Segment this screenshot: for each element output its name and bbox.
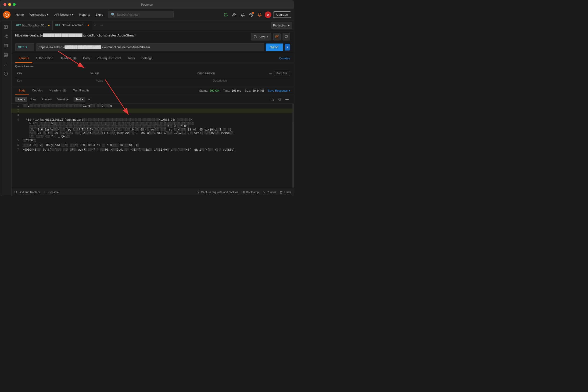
nav-reports[interactable]: Reports — [77, 12, 92, 18]
response-tab-test-results[interactable]: Test Results — [70, 86, 93, 95]
environment-selector[interactable]: Production ▾ — [271, 22, 292, 29]
navbar: Home Workspaces ▾ API Network ▾ Reports … — [0, 9, 294, 21]
nav-explore[interactable]: Explo — [93, 12, 106, 18]
more-tabs-button[interactable]: ··· — [99, 24, 105, 27]
nav-api-network[interactable]: API Network ▾ — [52, 12, 76, 18]
response-headers-badge: 7 — [63, 89, 66, 92]
response-tab-body[interactable]: Body — [15, 86, 29, 95]
nav-home[interactable]: Home — [13, 12, 26, 18]
format-preview[interactable]: Preview — [39, 97, 54, 102]
send-dropdown-button[interactable]: ▾ — [285, 44, 290, 50]
value-input[interactable]: Value — [94, 78, 211, 83]
line-number: 3 — [11, 113, 21, 118]
console-item[interactable]: Console — [44, 190, 59, 194]
search-icon: 🔍 — [111, 12, 115, 17]
save-response-button[interactable]: Save Response ▾ — [268, 89, 290, 92]
nav-workspaces[interactable]: Workspaces ▾ — [27, 12, 51, 18]
text-format-chevron: ▾ — [82, 98, 83, 101]
tab-tests[interactable]: Tests — [124, 54, 138, 63]
line-number: 5 — [11, 138, 21, 143]
find-replace-item[interactable]: Find and Replace — [14, 190, 40, 194]
tab-localhost[interactable]: GET http://localhost:50... — [13, 21, 53, 30]
minimize-button[interactable] — [8, 3, 11, 6]
edit-icon-btn[interactable] — [273, 33, 281, 40]
avatar[interactable]: A — [265, 12, 271, 18]
query-params-section: Query Params KEY VALUE DESCRIPTION ··· B… — [11, 63, 294, 86]
upgrade-button[interactable]: Upgrade — [273, 12, 291, 18]
response-tab-headers[interactable]: Headers 7 — [46, 86, 70, 95]
scrollbar-track — [292, 104, 294, 188]
scrollbar-thumb[interactable] — [293, 104, 293, 123]
bottom-bar: Find and Replace Console Capture request… — [11, 188, 294, 196]
trash-item[interactable]: Trash — [280, 190, 291, 194]
sidebar-apis-icon[interactable] — [2, 42, 10, 50]
svg-marker-31 — [263, 191, 265, 194]
tab-pre-request-script[interactable]: Pre-request Script — [93, 54, 125, 63]
response-body[interactable]: 1░░░d░░░░░░░░░░░░░░░░░░░░░░░░░░░░░░░░Xin… — [11, 104, 294, 188]
settings-badge — [252, 12, 254, 14]
tab-headers[interactable]: Headers 6 — [56, 54, 80, 63]
settings-icon-btn[interactable] — [248, 12, 255, 18]
svg-point-11 — [6, 37, 7, 38]
search-placeholder: Search Postman — [117, 13, 139, 16]
add-user-icon-btn[interactable] — [231, 12, 238, 18]
send-button[interactable]: Send — [266, 44, 283, 51]
capture-item[interactable]: Capture requests and cookies — [197, 190, 238, 194]
format-actions: — — [270, 96, 290, 102]
sidebar-collections-icon[interactable] — [2, 32, 10, 40]
format-pretty[interactable]: Pretty — [15, 97, 27, 102]
runner-item[interactable]: Runner — [263, 190, 276, 194]
tab1-label: http://localhost:50... — [22, 24, 47, 27]
description-input[interactable]: Description — [211, 78, 290, 83]
search-icon[interactable] — [277, 96, 283, 102]
format-visualize[interactable]: Visualize — [55, 97, 71, 102]
url-input[interactable]: https://us-central1-i█████████████████.c… — [36, 43, 264, 51]
params-more-icon[interactable]: ··· — [269, 71, 272, 76]
sidebar-mock-icon[interactable] — [2, 60, 10, 68]
bulk-edit-button[interactable]: Bulk Edit — [274, 71, 290, 76]
comment-icon-btn[interactable] — [283, 33, 290, 40]
window-controls — [3, 3, 16, 6]
size-value: 39.34 KB — [253, 89, 264, 92]
tab-us-central[interactable]: GET https://us-central1... — [53, 21, 92, 30]
svg-point-22 — [279, 98, 281, 100]
params-table-actions: ··· Bulk Edit — [269, 71, 290, 76]
copy-icon[interactable] — [270, 96, 275, 102]
tab-settings[interactable]: Settings — [138, 54, 156, 63]
sidebar-new-request-icon[interactable] — [2, 23, 10, 31]
table-row: 7/00Z0░/S░░░-0o]kF░░`░░░ ░░░-░R░░-A,%J░-… — [11, 148, 294, 152]
tab-authorization[interactable]: Authorization — [32, 54, 56, 63]
tab-params[interactable]: Params — [15, 54, 32, 63]
close-button[interactable] — [3, 3, 6, 6]
table-row: 5░░20$0 ░ — [11, 138, 294, 143]
app-logo[interactable] — [3, 11, 10, 18]
bottom-bar-right: Capture requests and cookies Bootcamp Ru… — [197, 190, 291, 194]
add-tab-button[interactable]: + — [92, 22, 99, 29]
format-raw[interactable]: Raw — [28, 97, 38, 102]
format-bar: Pretty Raw Preview Visualize Text ▾ ≡ — — [11, 95, 294, 104]
key-input[interactable]: Key — [15, 78, 94, 83]
method-chevron: ▾ — [25, 45, 27, 49]
save-response-chevron: ▾ — [289, 89, 290, 92]
bell-icon-btn[interactable] — [256, 12, 263, 18]
minimize-icon[interactable]: — — [285, 96, 290, 102]
svg-point-4 — [251, 14, 252, 15]
svg-point-16 — [4, 53, 7, 54]
time-label: Time: 196 ms — [223, 89, 241, 92]
sidebar-environments-icon[interactable] — [2, 51, 10, 59]
tab-body[interactable]: Body — [80, 54, 93, 63]
sidebar-history-icon[interactable] — [2, 70, 10, 78]
bootcamp-item[interactable]: Bootcamp — [242, 190, 259, 194]
notifications-icon-btn[interactable] — [240, 12, 246, 18]
maximize-button[interactable] — [13, 3, 16, 6]
sync-icon-btn[interactable] — [223, 12, 229, 18]
titlebar: Postman — [0, 0, 294, 9]
line-number: 4 — [11, 118, 21, 138]
method-select[interactable]: GET ▾ — [15, 43, 34, 51]
wrap-icon[interactable]: ≡ — [88, 98, 90, 101]
save-button[interactable]: Save ▾ — [251, 33, 271, 40]
cookies-link[interactable]: Cookies — [279, 56, 290, 60]
search-bar[interactable]: 🔍 Search Postman — [108, 11, 174, 18]
text-format-select[interactable]: Text ▾ — [74, 97, 85, 102]
response-tab-cookies[interactable]: Cookies — [29, 86, 46, 95]
